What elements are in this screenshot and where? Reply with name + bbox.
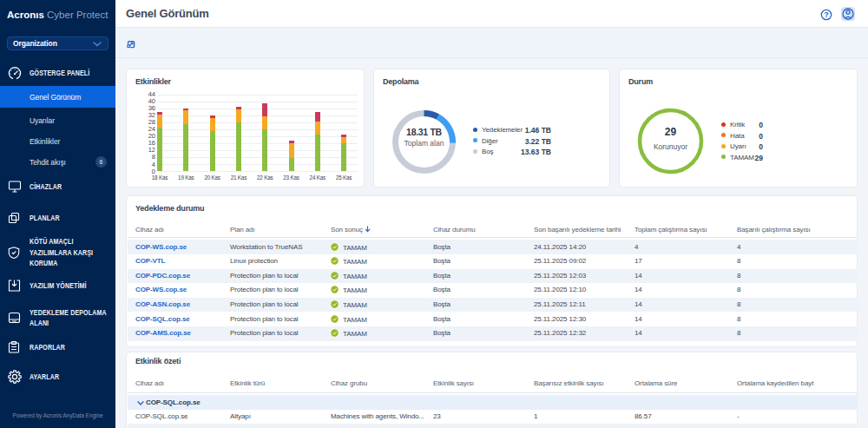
svg-text:?: ? <box>824 10 829 19</box>
